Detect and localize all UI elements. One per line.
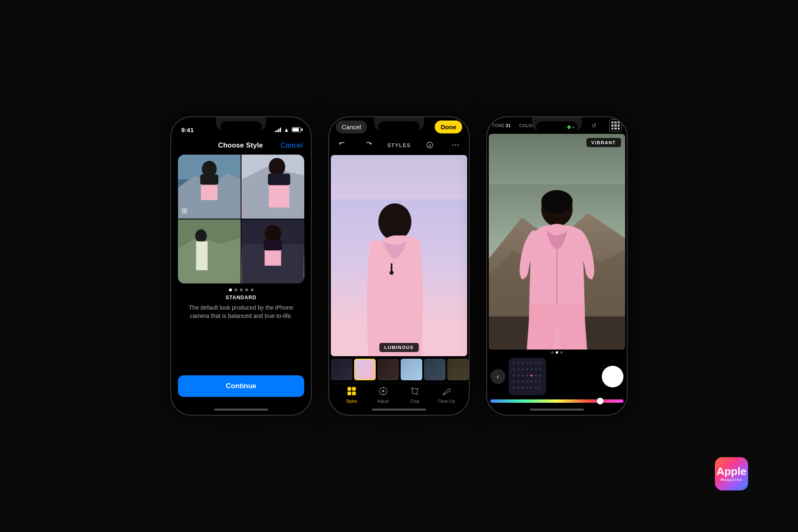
back-button-3[interactable]: ‹: [490, 369, 505, 384]
undo-button[interactable]: [336, 138, 349, 152]
style-thumbnails-2: [329, 356, 469, 383]
dynamic-island-2: [378, 121, 420, 133]
svg-rect-33: [352, 392, 356, 395]
tone-value: 31: [506, 123, 511, 128]
dot-1: [229, 288, 232, 291]
vibrant-dots-row: [487, 350, 627, 355]
style-grid-container-1: ⊞: [178, 155, 304, 283]
navigation-button[interactable]: A: [423, 138, 436, 152]
styles-label-2: STYLES: [387, 142, 411, 148]
tab-adjust[interactable]: Adjust: [372, 387, 395, 404]
color-slider[interactable]: [490, 399, 623, 403]
style-name-1: STANDARD: [171, 295, 311, 300]
dot-2: [234, 288, 237, 291]
svg-point-14: [195, 229, 207, 243]
tab-crop-icon: [410, 387, 419, 398]
tab-cleanup-label: Clean Up: [438, 399, 455, 404]
tab-crop-label: Crop: [410, 399, 419, 404]
continue-button[interactable]: Continue: [178, 375, 304, 397]
wifi-icon-1: ▲: [283, 126, 289, 133]
svg-rect-30: [347, 387, 351, 391]
svg-point-24: [455, 145, 456, 146]
svg-point-23: [452, 145, 453, 146]
tab-cleanup-icon: [442, 387, 451, 398]
vibrant-badge: VIBRANT: [586, 138, 621, 147]
phone-2-screen: Cancel + Done STYLES A: [329, 117, 469, 415]
tone-label: TONE: [492, 123, 505, 128]
phone-3-screen: TONE 31 COLOR 84 PALETTE 100 ↺: [487, 117, 627, 415]
svg-rect-28: [391, 263, 392, 271]
main-photo-2: LUMINOUS: [331, 155, 467, 356]
svg-rect-15: [196, 241, 208, 271]
grid-photo-bl[interactable]: [178, 219, 241, 283]
color-slider-row: [487, 398, 627, 405]
home-indicator-3: [530, 409, 584, 411]
style-desc-1: The default look produced by the iPhone …: [171, 304, 311, 320]
apple-brand-text: Apple: [717, 466, 746, 477]
status-time-1: 9:41: [181, 126, 194, 133]
slider-thumb[interactable]: [597, 398, 603, 404]
status-icons-1: ▲: [275, 126, 301, 133]
style-thumb-2[interactable]: [354, 359, 376, 380]
palette-card-3[interactable]: [509, 358, 546, 395]
tab-adjust-label: Adjust: [377, 399, 389, 404]
phone-2: Cancel + Done STYLES A: [328, 116, 470, 416]
reset-button[interactable]: ↺: [587, 119, 601, 132]
svg-rect-38: [412, 389, 417, 394]
dot-4: [245, 288, 248, 291]
phone3-bottom-controls: ‹: [487, 355, 627, 398]
vdot-2: [556, 351, 558, 354]
white-circle-button[interactable]: [602, 366, 623, 387]
style-thumb-6[interactable]: [447, 359, 469, 380]
tab-styles[interactable]: Styles: [340, 387, 363, 404]
grid-toggle-button[interactable]: [609, 119, 622, 132]
svg-rect-31: [352, 387, 356, 391]
done-button-2[interactable]: Done: [435, 121, 462, 133]
style-thumb-4[interactable]: [401, 359, 422, 380]
grid-photo-tr[interactable]: [241, 155, 304, 219]
dot-5: [251, 288, 254, 291]
style-thumb-3[interactable]: [377, 359, 399, 380]
svg-rect-32: [347, 392, 351, 395]
svg-marker-13: [178, 236, 240, 283]
nav-bar-1: Choose Style Cancel: [171, 138, 311, 155]
svg-point-8: [269, 158, 286, 176]
phone-1: 9:41 ▲ Choose Style: [170, 116, 312, 416]
tone-param: TONE 31: [492, 123, 511, 128]
style-thumb-5[interactable]: [424, 359, 446, 380]
svg-point-29: [389, 271, 394, 275]
svg-point-35: [382, 390, 384, 392]
style-grid-1: ⊞: [178, 155, 304, 283]
redo-button[interactable]: [362, 138, 375, 152]
svg-rect-5: [200, 175, 219, 185]
tab-styles-icon: [347, 387, 356, 398]
apple-sub-text: Magazine: [721, 478, 743, 482]
color-label: COLOR: [519, 123, 535, 128]
tab-adjust-icon: [379, 387, 388, 398]
battery-icon-1: [292, 127, 301, 132]
style-thumb-1[interactable]: [331, 359, 352, 380]
svg-point-25: [457, 145, 458, 146]
tab-styles-label: Styles: [346, 399, 357, 404]
scene: 9:41 ▲ Choose Style: [0, 0, 798, 532]
tab-crop[interactable]: Crop: [404, 387, 426, 404]
cancel-button-2[interactable]: Cancel: [336, 121, 367, 133]
grid-photo-tl[interactable]: ⊞: [178, 155, 241, 219]
more-button[interactable]: [449, 138, 462, 152]
tab-cleanup[interactable]: Clean Up: [435, 387, 458, 404]
home-indicator-2: [372, 409, 426, 411]
nav-cancel-btn-1[interactable]: Cancel: [281, 141, 303, 150]
svg-rect-20: [264, 240, 282, 251]
svg-point-27: [378, 203, 411, 240]
main-photo-3: VIBRANT: [489, 134, 625, 350]
signal-icon-1: [275, 127, 281, 132]
svg-point-49: [541, 190, 573, 213]
grid-photo-br[interactable]: [241, 219, 304, 283]
nav-title-1: Choose Style: [218, 141, 263, 150]
luminous-badge: LUMINOUS: [379, 343, 419, 352]
status-dot-green: [567, 126, 571, 129]
dynamic-island-3: [536, 121, 578, 133]
grid-overlay-icon: ⊞: [181, 206, 187, 215]
styles-toolbar-2: STYLES A: [329, 137, 469, 155]
apple-badge-icon: Apple Magazine: [715, 457, 748, 490]
